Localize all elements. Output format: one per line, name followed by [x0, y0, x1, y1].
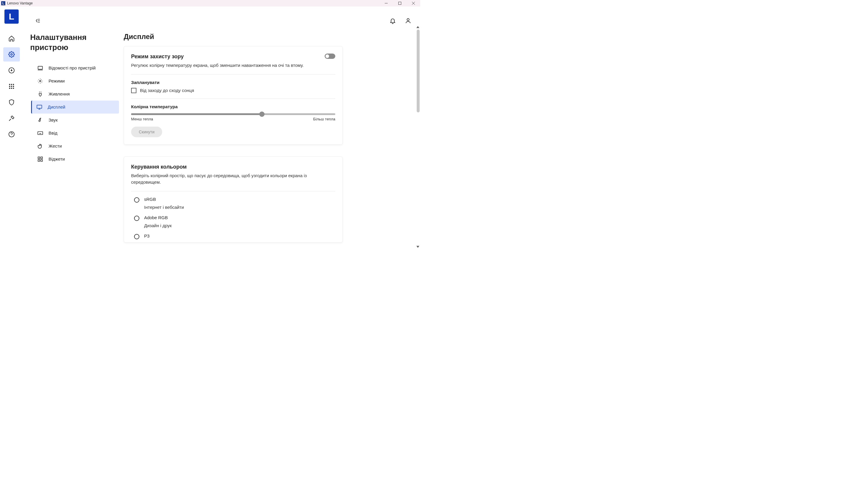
- rail-item-security[interactable]: [3, 95, 20, 109]
- settings-sidepanel: Налаштування пристрою Відомості про прис…: [30, 30, 119, 249]
- svg-point-18: [40, 80, 41, 82]
- card-title: Керування кольором: [131, 164, 335, 170]
- color-temp-label: Колірна температура: [131, 104, 335, 109]
- page-title: Дисплей: [124, 33, 411, 41]
- rail-item-device[interactable]: [3, 47, 20, 61]
- card-color-management: Керування кольором Виберіть колірний про…: [124, 157, 343, 242]
- maximize-button[interactable]: [393, 0, 407, 6]
- svg-rect-1: [398, 2, 401, 5]
- svg-rect-24: [41, 159, 42, 161]
- sidepanel-item-device-info[interactable]: Відомості про пристрій: [32, 61, 119, 74]
- navigation-rail: L: [0, 6, 23, 249]
- hand-icon: [37, 143, 43, 149]
- keyboard-icon: [37, 130, 43, 136]
- gear-icon: [37, 78, 43, 84]
- scrollbar-up-arrow[interactable]: [416, 26, 419, 28]
- titlebar-left: L Lenovo Vantage: [1, 1, 33, 5]
- topbar: [23, 13, 420, 30]
- eye-care-toggle[interactable]: [325, 54, 335, 59]
- sidepanel-title: Налаштування пристрою: [30, 33, 119, 53]
- window-titlebar: L Lenovo Vantage: [0, 0, 420, 6]
- sidepanel-item-gestures[interactable]: Жести: [32, 140, 119, 152]
- sidepanel-item-label: Відомості про пристрій: [49, 65, 95, 70]
- svg-rect-20: [38, 132, 43, 134]
- sidepanel-item-power[interactable]: Живлення: [32, 88, 119, 101]
- music-note-icon: [37, 117, 43, 123]
- card-eye-care: Режим захисту зору Регулює колірну темпе…: [124, 46, 343, 145]
- sidepanel-item-label: Звук: [49, 118, 58, 123]
- collapse-panel-button[interactable]: [35, 18, 41, 25]
- sidepanel-item-display[interactable]: Дисплей: [31, 101, 119, 113]
- svg-rect-13: [11, 88, 12, 89]
- svg-rect-17: [38, 66, 42, 69]
- color-option-p3[interactable]: P3: [134, 233, 335, 239]
- color-option-adobe-rgb[interactable]: Adobe RGB Дизайн і друк: [134, 215, 335, 228]
- monitor-icon: [36, 104, 42, 110]
- scrollbar-thumb[interactable]: [417, 30, 420, 112]
- main-content: Дисплей Режим захисту зору Регулює колір…: [119, 30, 420, 249]
- app-logo[interactable]: L: [4, 10, 19, 24]
- svg-rect-14: [13, 88, 14, 89]
- svg-rect-6: [9, 84, 10, 85]
- reset-button[interactable]: Скинути: [131, 127, 162, 137]
- radio-desc: Інтернет і вебсайти: [144, 205, 184, 210]
- card-description: Виберіть колірний простір, що пасує до с…: [131, 173, 335, 186]
- sidepanel-item-label: Ввід: [49, 130, 57, 136]
- sidepanel-item-label: Дисплей: [48, 104, 66, 109]
- svg-rect-10: [11, 86, 12, 87]
- app-icon: L: [1, 1, 5, 5]
- laptop-icon: [37, 65, 43, 71]
- card-description: Регулює колірну температуру екрана, щоб …: [131, 62, 304, 69]
- svg-rect-23: [38, 159, 40, 161]
- rail-item-apps[interactable]: [3, 79, 20, 93]
- plug-icon: [37, 91, 43, 97]
- window-controls: [379, 0, 420, 6]
- close-button[interactable]: [407, 0, 420, 6]
- svg-rect-8: [13, 84, 14, 85]
- window-title: Lenovo Vantage: [7, 1, 33, 5]
- radio-title: P3: [144, 233, 149, 238]
- sidepanel-item-modes[interactable]: Режими: [32, 74, 119, 88]
- sunset-checkbox[interactable]: [131, 88, 137, 93]
- slider-fill: [131, 113, 262, 115]
- grid-icon: [37, 156, 43, 162]
- color-temp-slider[interactable]: [131, 113, 335, 115]
- svg-rect-9: [9, 86, 10, 87]
- slider-max-label: Більш тепла: [313, 117, 335, 121]
- slider-min-label: Менш тепла: [131, 117, 153, 121]
- color-option-srgb[interactable]: sRGB Інтернет і вебсайти: [134, 197, 335, 210]
- rail-item-tools[interactable]: [3, 111, 20, 125]
- rail-item-download[interactable]: [3, 63, 20, 77]
- svg-rect-19: [37, 105, 42, 108]
- sidepanel-item-label: Віджети: [49, 157, 65, 162]
- schedule-label: Запланувати: [131, 80, 335, 85]
- sidepanel-item-label: Живлення: [49, 91, 70, 96]
- notifications-icon[interactable]: [389, 17, 396, 25]
- radio-button[interactable]: [134, 234, 139, 239]
- divider: [131, 98, 335, 99]
- card-title: Режим захисту зору: [131, 54, 304, 60]
- svg-rect-7: [11, 84, 12, 85]
- svg-rect-21: [38, 157, 40, 159]
- scrollbar-down-arrow[interactable]: [416, 246, 419, 248]
- account-icon[interactable]: [405, 17, 411, 25]
- svg-point-16: [407, 19, 409, 21]
- radio-button[interactable]: [134, 197, 139, 203]
- svg-rect-12: [9, 88, 10, 89]
- rail-item-help[interactable]: [3, 127, 20, 141]
- radio-desc: Дизайн і друк: [144, 223, 172, 228]
- svg-rect-22: [41, 157, 42, 159]
- radio-title: sRGB: [144, 197, 184, 202]
- sidepanel-item-widgets[interactable]: Віджети: [32, 152, 119, 166]
- svg-point-4: [11, 54, 13, 55]
- rail-item-home[interactable]: [3, 31, 20, 46]
- sidepanel-item-input[interactable]: Ввід: [32, 127, 119, 140]
- sidepanel-item-label: Режими: [49, 78, 65, 84]
- sidepanel-item-label: Жести: [49, 143, 62, 148]
- minimize-button[interactable]: [379, 0, 393, 6]
- radio-button[interactable]: [134, 216, 139, 221]
- radio-title: Adobe RGB: [144, 215, 172, 220]
- slider-thumb[interactable]: [259, 111, 265, 117]
- sidepanel-item-audio[interactable]: Звук: [32, 113, 119, 127]
- svg-rect-11: [13, 86, 14, 87]
